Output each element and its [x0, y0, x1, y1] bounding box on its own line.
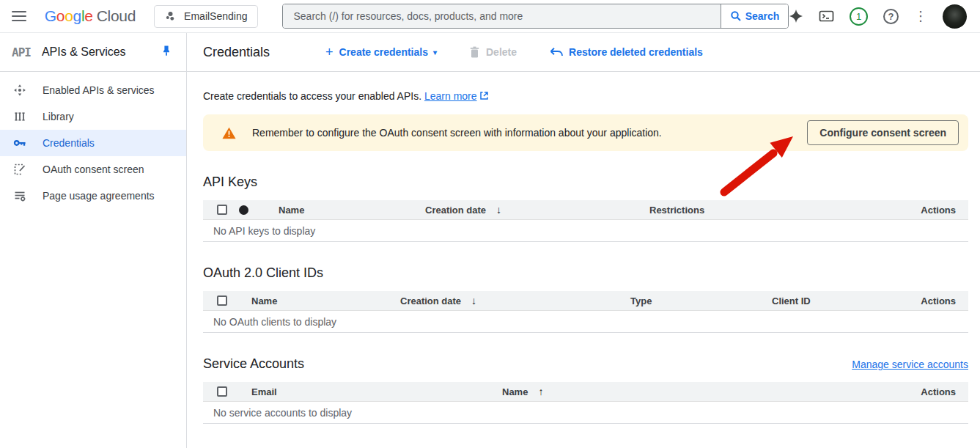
external-link-icon — [479, 91, 489, 100]
column-header-restrictions[interactable]: Restrictions — [649, 205, 704, 216]
sidebar-item-page-usage[interactable]: Page usage agreements — [0, 183, 186, 209]
sidebar-item-enabled-apis[interactable]: Enabled APIs & services — [0, 77, 186, 103]
sidebar-item-credentials[interactable]: Credentials — [0, 130, 186, 156]
avatar[interactable] — [943, 4, 967, 29]
warning-icon — [222, 127, 236, 139]
chevron-down-icon: ▾ — [433, 48, 437, 56]
service-accounts-table: EmailName↑Actions No service accounts to… — [203, 382, 968, 424]
configure-consent-screen-button[interactable]: Configure consent screen — [807, 120, 959, 145]
search-icon — [730, 10, 742, 22]
oauth-consent-icon — [13, 163, 26, 176]
column-header-actions[interactable]: Actions — [921, 205, 956, 216]
table-header-row: NameCreation date↓TypeClient IDActions — [203, 291, 968, 311]
plus-icon: + — [325, 45, 334, 59]
intro-text: Create credentials to access your enable… — [203, 90, 968, 102]
help-icon[interactable]: ? — [883, 9, 899, 24]
restore-label: Restore deleted credentials — [569, 46, 703, 58]
header-cell: Actions — [921, 386, 956, 397]
app-header: Google Cloud EmailSending Search — [0, 0, 980, 33]
header-cell: Name↑ — [502, 386, 921, 397]
page-title: Credentials — [203, 45, 270, 60]
enabled-apis-icon — [13, 84, 26, 97]
pin-icon[interactable] — [160, 44, 173, 60]
api-keys-table: NameCreation date↓RestrictionsActions No… — [203, 200, 968, 242]
search-button[interactable]: Search — [721, 4, 788, 28]
empty-row: No service accounts to display — [203, 402, 968, 424]
column-header-creation-date[interactable]: Creation date — [400, 295, 461, 306]
manage-service-accounts-link[interactable]: Manage service accounts — [852, 359, 968, 370]
header-cell: Name — [279, 205, 425, 216]
status-column — [239, 205, 279, 215]
page-toolbar: Credentials + Create credentials ▾ Delet… — [187, 33, 980, 72]
sidebar-item-label: Library — [43, 111, 74, 122]
section-title: Service Accounts — [203, 356, 304, 372]
column-header-actions[interactable]: Actions — [921, 295, 956, 306]
column-header-name[interactable]: Name — [502, 386, 528, 397]
menu-icon[interactable] — [12, 11, 26, 21]
select-all-checkbox[interactable] — [217, 386, 227, 397]
header-cell: Email — [251, 386, 502, 397]
column-header-name[interactable]: Name — [251, 295, 277, 306]
oauth-clients-table: NameCreation date↓TypeClient IDActions N… — [203, 291, 968, 333]
global-search: Search — [282, 4, 789, 29]
sort-down-icon[interactable]: ↓ — [471, 295, 476, 306]
key-icon — [13, 136, 26, 150]
cloud-wordmark: Cloud — [97, 7, 136, 25]
header-cell: Actions — [921, 205, 956, 216]
empty-row: No OAuth clients to display — [203, 311, 968, 333]
header-cell: Creation date↓ — [400, 295, 630, 306]
column-header-creation-date[interactable]: Creation date — [425, 205, 486, 216]
delete-button[interactable]: Delete — [469, 46, 517, 58]
column-header-name[interactable]: Name — [279, 205, 304, 216]
table-header-row: EmailName↑Actions — [203, 382, 968, 402]
table-header-row: NameCreation date↓RestrictionsActions — [203, 200, 968, 220]
section-title: OAuth 2.0 Client IDs — [203, 265, 323, 281]
google-cloud-logo: Google Cloud — [45, 7, 136, 25]
section-title: API Keys — [203, 175, 257, 190]
header-cell: Client ID — [772, 295, 921, 306]
more-options-icon[interactable]: ⋮ — [914, 10, 927, 23]
header-cell: Restrictions — [649, 205, 921, 216]
cloud-shell-icon[interactable] — [819, 9, 834, 23]
sidebar-item-label: Page usage agreements — [43, 190, 155, 202]
select-all-checkbox[interactable] — [217, 205, 227, 215]
sidebar-title: APIs & Services — [42, 45, 126, 59]
column-header-actions[interactable]: Actions — [921, 386, 956, 397]
warning-banner: Remember to configure the OAuth consent … — [203, 114, 968, 151]
checkbox-cell — [217, 205, 239, 215]
header-cell: Type — [630, 295, 772, 306]
column-header-client-id[interactable]: Client ID — [772, 295, 811, 306]
api-product-icon: API — [12, 45, 31, 59]
sidebar-item-oauth-consent[interactable]: OAuth consent screen — [0, 156, 186, 183]
empty-row: No API keys to display — [203, 220, 968, 242]
sidebar-header: API APIs & Services — [0, 33, 186, 72]
project-selector[interactable]: EmailSending — [154, 5, 258, 28]
sidebar-item-label: Enabled APIs & services — [43, 84, 155, 96]
create-credentials-button[interactable]: + Create credentials ▾ — [325, 45, 437, 59]
column-header-email[interactable]: Email — [251, 386, 277, 397]
project-name: EmailSending — [184, 10, 247, 22]
sidebar-item-label: Credentials — [43, 137, 95, 149]
select-all-checkbox[interactable] — [217, 295, 227, 306]
sidebar: API APIs & Services — [0, 33, 187, 448]
trash-icon — [469, 46, 480, 58]
create-credentials-label: Create credentials — [339, 46, 428, 58]
header-cell: Actions — [921, 295, 956, 306]
checkbox-cell — [217, 386, 251, 397]
learn-more-link[interactable]: Learn more — [424, 90, 477, 102]
page-usage-icon — [13, 189, 26, 202]
gemini-icon[interactable] — [789, 9, 803, 23]
service-accounts-section: Service Accounts Manage service accounts… — [203, 356, 968, 424]
library-icon — [13, 110, 26, 123]
header-cell: Creation date↓ — [425, 204, 649, 216]
header-cell: Name — [251, 295, 400, 306]
search-input[interactable] — [283, 4, 721, 28]
sort-up-icon[interactable]: ↑ — [538, 386, 543, 397]
sort-down-icon[interactable]: ↓ — [496, 204, 501, 216]
checkbox-cell — [217, 295, 251, 306]
oauth-clients-section: OAuth 2.0 Client IDs NameCreation date↓T… — [203, 265, 968, 333]
column-header-type[interactable]: Type — [630, 295, 652, 306]
notifications-badge[interactable]: 1 — [850, 7, 868, 26]
restore-deleted-credentials-button[interactable]: Restore deleted credentials — [549, 46, 703, 59]
sidebar-item-library[interactable]: Library — [0, 103, 186, 130]
